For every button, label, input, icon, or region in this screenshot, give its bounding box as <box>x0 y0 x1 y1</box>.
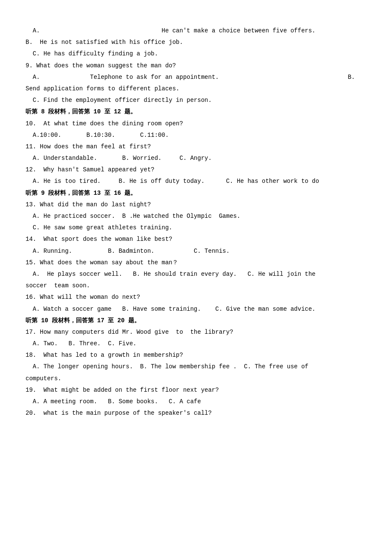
text-line-l15: 听第 9 段材料，回答第 13 至 16 题。 <box>26 188 366 199</box>
text-line-l32: 19. What might be added on the first flo… <box>26 385 366 396</box>
text-line-l22: A. He plays soccer well. B. He should tr… <box>26 269 366 280</box>
text-line-l1: A. He can't make a choice between five o… <box>26 26 366 36</box>
text-line-l16: 13. What did the man do last night? <box>26 199 366 210</box>
text-line-l25: A. Watch a soccer game B. Have some trai… <box>26 304 366 315</box>
text-line-l6: Send application forms to different plac… <box>26 84 366 94</box>
text-line-l2: B. He is not satisfied with his office j… <box>26 37 366 48</box>
text-line-l10: A.10:00. B.10:30. C.11:00. <box>26 130 366 141</box>
text-line-l3: C. He has difficulty finding a job. <box>26 49 366 59</box>
main-content: A. He can't make a choice between five o… <box>26 26 366 419</box>
text-line-l7: C. Find the employment officer directly … <box>26 95 366 106</box>
text-line-l14: A. He is too tired. B. He is off duty to… <box>26 176 366 187</box>
text-line-l28: A. Two. B. Three. C. Five. <box>26 338 366 349</box>
text-line-l4: 9. What does the woman suggest the man d… <box>26 61 366 71</box>
text-line-l17: A. He practiced soccer. B .He watched th… <box>26 211 366 222</box>
text-line-l24: 16. What will the woman do next? <box>26 292 366 303</box>
text-line-l31: computers. <box>26 373 366 384</box>
text-line-l11: 11. How does the man feel at first? <box>26 142 366 152</box>
text-line-l21: 15. What does the woman say about the ma… <box>26 257 366 268</box>
text-line-l30: A. The longer opening hours. B. The low … <box>26 361 366 372</box>
text-line-l29: 18. What has led to a growth in membersh… <box>26 350 366 361</box>
text-line-l26: 听第 10 段材料，回答第 17 至 20 题。 <box>26 315 366 326</box>
text-line-l34: 20. what is the main purpose of the spea… <box>26 408 366 419</box>
text-line-l9: 10. At what time does the dining room op… <box>26 119 366 129</box>
text-line-l19: 14. What sport does the woman like best? <box>26 234 366 245</box>
text-line-l27: 17. How many computers did Mr. Wood give… <box>26 327 366 338</box>
text-line-l12: A. Understandable. B. Worried. C. Angry. <box>26 153 366 164</box>
text-line-l8: 听第 8 段材料，回答第 10 至 12 题。 <box>26 107 366 117</box>
text-line-l33: A. A meeting room. B. Some books. C. A c… <box>26 396 366 407</box>
text-line-l18: C. He saw some great athletes training. <box>26 223 366 233</box>
text-line-l20: A. Running. B. Badminton. C. Tennis. <box>26 246 366 257</box>
text-line-l23: soccer team soon. <box>26 280 366 291</box>
text-line-l13: 12. Why hasn't Samuel appeared yet? <box>26 165 366 175</box>
text-line-l5: A. Telephone to ask for an appointment. … <box>26 72 366 83</box>
